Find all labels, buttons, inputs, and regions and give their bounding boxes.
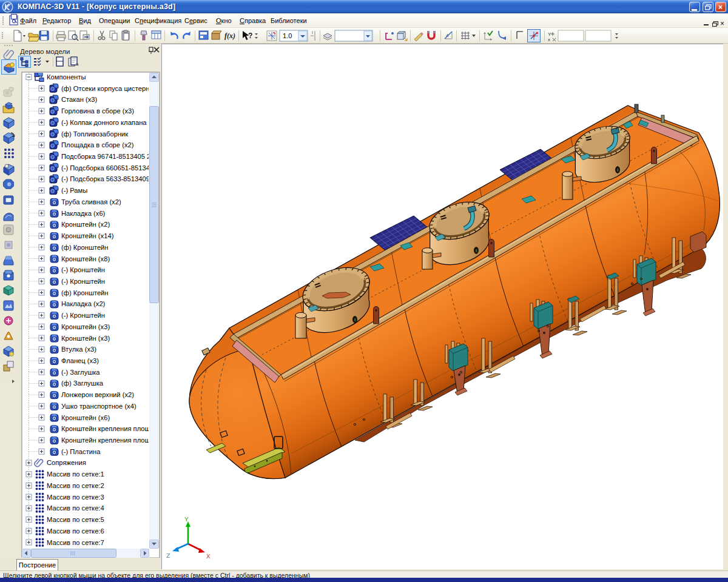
- svg-text:f(x): f(x): [224, 32, 235, 40]
- svg-text:(-) Кронштейн: (-) Кронштейн: [61, 278, 105, 285]
- svg-text:Накладка (x2): Накладка (x2): [61, 300, 106, 307]
- svg-text:Y: Y: [184, 516, 189, 523]
- svg-text:Лонжерон верхний (x2): Лонжерон верхний (x2): [61, 391, 134, 398]
- svg-text:Кронштейн крепления площа,: Кронштейн крепления площа,: [61, 436, 156, 444]
- svg-text:(-) Рамы: (-) Рамы: [61, 187, 87, 194]
- svg-text:Труба сливная (x2): Труба сливная (x2): [61, 198, 121, 206]
- svg-text:Подсборка 96741-8513405 2 т: Подсборка 96741-8513405 2 т: [61, 153, 155, 160]
- svg-text:Массив по сетке:4: Массив по сетке:4: [47, 504, 104, 512]
- svg-text:Кронштейн (x8): Кронштейн (x8): [61, 255, 110, 263]
- svg-text:(-) Заглушка: (-) Заглушка: [61, 369, 100, 376]
- svg-text:Стакан (x3): Стакан (x3): [61, 96, 97, 103]
- svg-text:Массив по сетке:6: Массив по сетке:6: [47, 527, 104, 535]
- svg-text:(-) Пластина: (-) Пластина: [61, 448, 101, 455]
- svg-text:Ушко транспортное (x4): Ушко транспортное (x4): [61, 403, 136, 410]
- svg-text:(-) Подсборка 660651-8513408: (-) Подсборка 660651-8513408: [61, 164, 157, 172]
- svg-text:Кронштейн крепления площа,: Кронштейн крепления площа,: [61, 425, 156, 432]
- svg-text:Массив по сетке:3: Массив по сетке:3: [47, 493, 104, 501]
- svg-text:Сопряжения: Сопряжения: [47, 459, 86, 466]
- svg-text:Кронштейн (x6): Кронштейн (x6): [61, 414, 110, 421]
- svg-text:(ф) Топливозаборник: (ф) Топливозаборник: [61, 130, 128, 138]
- svg-text:Массив по сетке:7: Массив по сетке:7: [47, 539, 104, 546]
- svg-text:Дерево модели: Дерево модели: [20, 48, 70, 55]
- svg-text:(ф) Кронштейн: (ф) Кронштейн: [61, 289, 109, 296]
- svg-text:X: X: [206, 553, 211, 560]
- svg-text:?: ?: [248, 32, 252, 40]
- svg-text:Кронштейн (x2): Кронштейн (x2): [61, 221, 110, 228]
- svg-text:(ф) Заглушка: (ф) Заглушка: [61, 380, 104, 387]
- svg-text:Кронштейн (x14): Кронштейн (x14): [61, 232, 114, 239]
- svg-text:Массив по сетке:1: Массив по сетке:1: [47, 470, 104, 478]
- svg-text:(-) Кронштейн: (-) Кронштейн: [61, 312, 105, 319]
- svg-text:Массив по сетке:2: Массив по сетке:2: [47, 482, 104, 489]
- svg-text:Горловина в сборе (x3): Горловина в сборе (x3): [61, 107, 134, 115]
- svg-text:Кронштейн (x3): Кронштейн (x3): [61, 323, 110, 330]
- svg-text:1.0: 1.0: [283, 32, 292, 39]
- svg-text:4: 4: [446, 33, 449, 38]
- svg-text:Площадка в сборе (x2): Площадка в сборе (x2): [61, 141, 134, 149]
- svg-text:(-) Кронштейн: (-) Кронштейн: [61, 266, 105, 273]
- svg-text:(ф) Отсеки корпуса цистерны: (ф) Отсеки корпуса цистерны: [61, 85, 154, 92]
- svg-text:(-) Подсборка 5633-8513409 2: (-) Подсборка 5633-8513409 2: [61, 175, 155, 182]
- svg-text:Массив по сетке:5: Массив по сетке:5: [47, 516, 104, 523]
- svg-text:Втулка (x3): Втулка (x3): [61, 346, 96, 353]
- svg-text:Фланец (x3): Фланец (x3): [61, 357, 99, 364]
- svg-text:(ф) Кронштейн: (ф) Кронштейн: [61, 244, 109, 251]
- svg-text:Накладка (x6): Накладка (x6): [61, 210, 106, 217]
- svg-text:Компоненты: Компоненты: [47, 73, 86, 81]
- svg-text:Z: Z: [166, 552, 170, 560]
- svg-text:(-) Колпак донного клапана: (-) Колпак донного клапана: [61, 119, 147, 126]
- svg-text:x: x: [548, 37, 550, 42]
- svg-text:Кронштейн (x3): Кронштейн (x3): [61, 335, 110, 342]
